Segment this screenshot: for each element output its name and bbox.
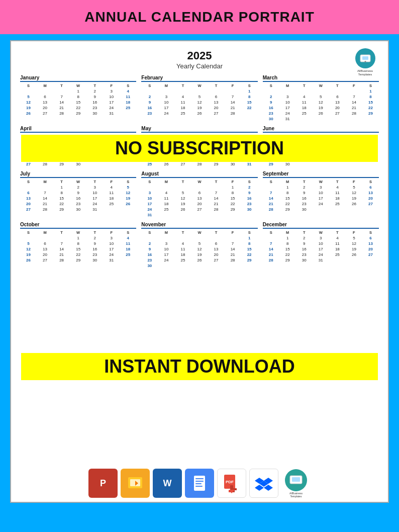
calendar-day: 30 xyxy=(296,257,313,263)
calendar-day xyxy=(174,263,191,269)
calendar-day: 4 xyxy=(329,185,346,190)
calendar-day: 24 xyxy=(158,111,174,116)
calendar-day: 17 xyxy=(103,100,120,105)
calendar-day: 18 xyxy=(174,252,191,257)
calendar-day xyxy=(174,212,191,218)
calendar-day: 28 xyxy=(208,207,225,212)
day-header: W xyxy=(313,230,329,235)
calendar-day: 30 xyxy=(225,161,241,167)
calendar-day: 28 xyxy=(37,207,53,212)
calendar-day: 26 xyxy=(20,111,37,116)
calendar-day: 7 xyxy=(53,94,70,100)
calendar-day: 3 xyxy=(86,185,103,190)
calendar-day xyxy=(329,116,346,122)
calendar-day: 27 xyxy=(208,111,225,116)
calendar-day xyxy=(362,116,379,122)
calendar-day: 18 xyxy=(296,105,313,111)
calendar-day: 4 xyxy=(174,94,191,100)
calendar-day xyxy=(362,257,379,263)
month-january: JanuarySMTWTFS12345678910111213141516171… xyxy=(20,75,136,122)
calendar-day: 31 xyxy=(103,257,120,263)
calendar-day: 30 xyxy=(70,207,86,212)
calendar-day xyxy=(20,88,37,94)
calendar-day: 26 xyxy=(158,161,174,167)
calendars-grid: JanuarySMTWTFS12345678910111213141516171… xyxy=(20,75,379,269)
calendar-day: 26 xyxy=(120,201,136,207)
calendar-day: 4 xyxy=(296,94,313,100)
calendar-day: 17 xyxy=(279,105,296,111)
calendar-day xyxy=(191,263,208,269)
month-september: SeptemberSMTWTFS123456789101112131415161… xyxy=(263,171,379,218)
calendar-day: 29 xyxy=(279,207,296,212)
calendar-day xyxy=(329,257,346,263)
month-name: July xyxy=(20,171,136,178)
day-header: T xyxy=(296,83,313,88)
calendar-day: 19 xyxy=(346,246,362,252)
calendar-day: 9 xyxy=(263,100,279,105)
pdf-icon: PDF xyxy=(217,469,246,498)
calendar-day: 7 xyxy=(37,190,53,196)
calendar-day: 27 xyxy=(174,161,191,167)
calendar-day: 10 xyxy=(103,241,120,246)
calendar-day: 6 xyxy=(37,94,53,100)
calendar-day: 13 xyxy=(20,196,37,201)
calendar-day: 6 xyxy=(329,94,346,100)
calendar-day xyxy=(191,212,208,218)
day-header: W xyxy=(70,83,86,88)
calendar-day: 29 xyxy=(208,161,225,167)
calendar-day: 11 xyxy=(103,190,120,196)
calendar-day: 9 xyxy=(86,241,103,246)
calendar-day: 14 xyxy=(37,196,53,201)
calendar-day: 15 xyxy=(362,100,379,105)
day-header: F xyxy=(103,179,120,185)
calendar-day: 16 xyxy=(141,252,158,257)
day-header: F xyxy=(225,83,241,88)
calendar-day: 12 xyxy=(191,100,208,105)
day-header: T xyxy=(86,83,103,88)
calendar-day: 31 xyxy=(313,257,329,263)
calendar-day: 24 xyxy=(313,201,329,207)
calendar-day: 13 xyxy=(208,246,225,252)
calendar-day: 11 xyxy=(296,100,313,105)
calendar-day xyxy=(37,235,53,241)
day-header: M xyxy=(279,179,296,185)
powerpoint-icon: P xyxy=(88,469,118,498)
calendar-day: 17 xyxy=(86,196,103,201)
calendar-day: 3 xyxy=(313,235,329,241)
calendar-day: 26 xyxy=(191,257,208,263)
day-header: S xyxy=(120,230,136,235)
calendar-day: 11 xyxy=(158,196,174,201)
calendar-day: 27 xyxy=(362,252,379,257)
calendar-day: 13 xyxy=(362,190,379,196)
calendar-day: 16 xyxy=(86,100,103,105)
calendar-day: 23 xyxy=(86,105,103,111)
calendar-day: 21 xyxy=(346,105,362,111)
calendar-day: 10 xyxy=(141,196,158,201)
calendar-day: 5 xyxy=(191,94,208,100)
calendar-day: 4 xyxy=(120,235,136,241)
calendar-day: 16 xyxy=(86,246,103,252)
calendar-day: 23 xyxy=(141,257,158,263)
month-name: April xyxy=(20,126,136,133)
calendar-day: 9 xyxy=(296,190,313,196)
calendar-day xyxy=(241,212,258,218)
calendar-day: 28 xyxy=(191,161,208,167)
day-header: T xyxy=(208,83,225,88)
month-october: OctoberSMTWTFS12345678910111213141516171… xyxy=(20,222,136,269)
day-header: F xyxy=(346,179,362,185)
svg-rect-14 xyxy=(195,486,203,487)
day-header: W xyxy=(70,230,86,235)
calendar-day xyxy=(208,263,225,269)
calendar-day: 10 xyxy=(158,100,174,105)
word-icon: W xyxy=(153,469,182,498)
calendar-day: 3 xyxy=(141,190,158,196)
calendar-day: 4 xyxy=(329,235,346,241)
day-header: S xyxy=(362,179,379,185)
calendar-day: 2 xyxy=(141,241,158,246)
calendar-day: 11 xyxy=(120,94,136,100)
calendar-day xyxy=(53,88,70,94)
calendar-day: 5 xyxy=(313,94,329,100)
dropbox-icon xyxy=(249,469,278,498)
day-header: S xyxy=(141,230,158,235)
day-header: F xyxy=(225,179,241,185)
